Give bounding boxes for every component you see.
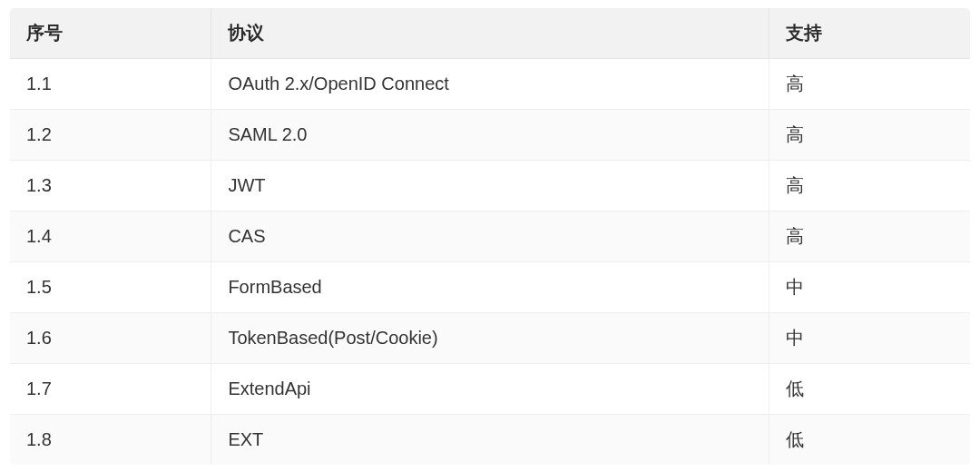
protocol-support-table: 序号 协议 支持 1.1 OAuth 2.x/OpenID Connect 高 … <box>9 7 971 466</box>
cell-support: 高 <box>769 211 970 262</box>
cell-protocol: SAML 2.0 <box>211 110 769 161</box>
cell-seq: 1.3 <box>10 161 211 211</box>
cell-seq: 1.1 <box>10 59 211 110</box>
header-protocol: 协议 <box>211 8 769 59</box>
cell-protocol: ExtendApi <box>211 364 769 415</box>
cell-protocol: JWT <box>211 161 769 211</box>
cell-support: 高 <box>769 161 970 211</box>
table-row: 1.2 SAML 2.0 高 <box>10 110 971 161</box>
table-row: 1.8 EXT 低 <box>10 415 971 466</box>
table-row: 1.4 CAS 高 <box>10 211 971 262</box>
header-seq: 序号 <box>10 8 211 59</box>
table-row: 1.3 JWT 高 <box>10 161 971 211</box>
cell-support: 高 <box>769 110 970 161</box>
cell-support: 低 <box>769 415 970 466</box>
cell-protocol: EXT <box>211 415 769 466</box>
cell-support: 中 <box>769 262 970 313</box>
cell-support: 中 <box>769 313 970 364</box>
cell-seq: 1.8 <box>10 415 211 466</box>
cell-support: 高 <box>769 59 970 110</box>
header-support: 支持 <box>769 8 970 59</box>
table-body: 1.1 OAuth 2.x/OpenID Connect 高 1.2 SAML … <box>10 59 971 466</box>
cell-seq: 1.4 <box>10 211 211 262</box>
cell-protocol: OAuth 2.x/OpenID Connect <box>211 59 769 110</box>
table-row: 1.1 OAuth 2.x/OpenID Connect 高 <box>10 59 971 110</box>
cell-protocol: TokenBased(Post/Cookie) <box>211 313 769 364</box>
cell-support: 低 <box>769 364 970 415</box>
table-row: 1.5 FormBased 中 <box>10 262 971 313</box>
cell-seq: 1.5 <box>10 262 211 313</box>
table-row: 1.6 TokenBased(Post/Cookie) 中 <box>10 313 971 364</box>
cell-protocol: FormBased <box>211 262 769 313</box>
table-header-row: 序号 协议 支持 <box>10 8 971 59</box>
cell-protocol: CAS <box>211 211 769 262</box>
table-row: 1.7 ExtendApi 低 <box>10 364 971 415</box>
cell-seq: 1.7 <box>10 364 211 415</box>
cell-seq: 1.6 <box>10 313 211 364</box>
cell-seq: 1.2 <box>10 110 211 161</box>
